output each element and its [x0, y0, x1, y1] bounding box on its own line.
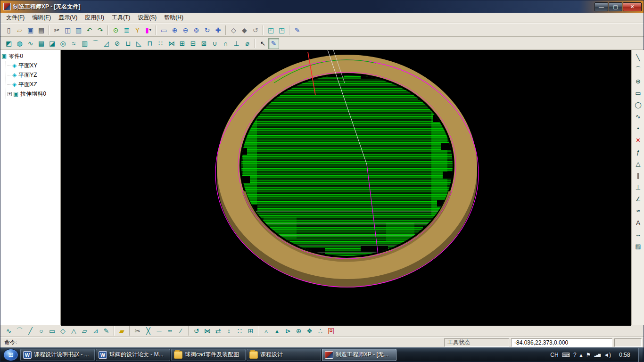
divide-tool-button[interactable]: ∕: [175, 326, 186, 337]
display-rotate-button[interactable]: ↻: [202, 25, 213, 35]
curve-reverse-button[interactable]: ▱: [79, 326, 90, 337]
current-color-button[interactable]: ▮▾: [143, 25, 154, 35]
star-tool-button[interactable]: ❖: [304, 326, 315, 337]
surface-stitch-button[interactable]: ⊞: [177, 38, 188, 49]
redo-button[interactable]: ↷: [95, 25, 106, 35]
minimize-button[interactable]: —: [594, 2, 608, 11]
feature-draft-button[interactable]: ◺: [133, 38, 144, 49]
copy-view-button[interactable]: ◰: [265, 25, 276, 35]
dots-tool-button[interactable]: ∴: [315, 326, 326, 337]
menu-item-file[interactable]: 文件(F): [2, 12, 28, 23]
taskbar-clock[interactable]: 0:58: [614, 352, 635, 358]
new-file-button[interactable]: ▯: [3, 25, 14, 35]
display-pan-button[interactable]: ✚: [213, 25, 223, 35]
array-tool-button[interactable]: ∷: [234, 326, 245, 337]
feature-sweep-add-button[interactable]: ∿: [25, 38, 36, 49]
text-tool-button[interactable]: A: [633, 217, 644, 229]
feature-mirror-button[interactable]: ⋈: [166, 38, 177, 49]
curve-fillet-button[interactable]: ⌒: [14, 326, 25, 337]
curve-polygon-button[interactable]: △: [633, 158, 644, 170]
curve-smooth-button[interactable]: ◇: [58, 326, 68, 337]
scale-tool-button[interactable]: ↕: [223, 326, 234, 337]
solid-display-button[interactable]: ◆: [239, 25, 250, 35]
brush-tool-button[interactable]: ✎: [292, 25, 303, 35]
tree-item-plane-yz[interactable]: ◈ 平面YZ: [8, 70, 59, 80]
curve-offset-button[interactable]: ∥: [633, 170, 644, 181]
cut-button[interactable]: ✂: [51, 25, 62, 35]
save-file-button[interactable]: ▣: [25, 25, 36, 35]
start-button[interactable]: ⊞: [3, 349, 18, 361]
viewport-canvas[interactable]: [61, 50, 631, 326]
language-indicator[interactable]: CH: [550, 352, 558, 358]
zoom-all-button[interactable]: ⊚: [191, 25, 202, 35]
line-dash-button[interactable]: ╍: [165, 326, 175, 337]
mirror-tool-button[interactable]: ⋈: [202, 326, 213, 337]
line-extend-button[interactable]: ─: [154, 326, 165, 337]
zoom-in-button[interactable]: ⊕: [169, 25, 180, 35]
paste-view-button[interactable]: ◳: [276, 25, 287, 35]
tree-item-plane-xz[interactable]: ◈ 平面XZ: [8, 80, 59, 89]
taskbar-button-4[interactable]: 课程设计: [247, 349, 321, 361]
zoom-out-button[interactable]: ⊖: [180, 25, 191, 35]
feature-chamfer-button[interactable]: ◿: [101, 38, 112, 49]
viewport-3d[interactable]: [61, 50, 631, 325]
curve-break-button[interactable]: ╱: [25, 326, 36, 337]
hidden-icons-arrow-icon[interactable]: ▴: [580, 352, 583, 358]
curve-project-button[interactable]: ⊥: [231, 38, 242, 49]
display-refresh-button[interactable]: ↺: [250, 25, 261, 35]
action-center-icon[interactable]: ⚑: [586, 352, 591, 358]
volume-icon[interactable]: ◄): [603, 352, 611, 358]
menu-item-apply[interactable]: 应用(U): [81, 12, 108, 23]
spline-edit-button[interactable]: △: [68, 326, 79, 337]
close-button[interactable]: ✕: [623, 2, 642, 11]
translate-tool-button[interactable]: ⇄: [213, 326, 223, 337]
feature-sweep-cut-button[interactable]: ≈: [68, 38, 79, 49]
tree-expander-icon[interactable]: +: [8, 92, 12, 96]
pick-filter-button[interactable]: Y: [132, 25, 143, 35]
sketch-pen-button[interactable]: ✎: [268, 38, 279, 49]
hatch-tool-button[interactable]: ▨: [633, 240, 644, 252]
curve-stretch-button[interactable]: ▭: [47, 326, 58, 337]
menu-item-help[interactable]: 帮助(H): [160, 12, 187, 23]
feature-revolve-add-button[interactable]: ◍: [14, 38, 25, 49]
curve-arc-button[interactable]: ⌒: [633, 64, 644, 75]
break-cross-button[interactable]: ╳: [143, 326, 154, 337]
help-icon[interactable]: ?: [573, 352, 577, 358]
taskbar-button-1[interactable]: W课程设计说明书赵 - ...: [20, 349, 95, 361]
curve-ellipse-button[interactable]: ◯: [633, 99, 644, 111]
open-file-button[interactable]: ▱: [14, 25, 25, 35]
undo-button[interactable]: ↶: [84, 25, 95, 35]
curve-conic-button[interactable]: ≈: [633, 205, 644, 217]
feature-extrude-add-button[interactable]: ◩: [3, 38, 14, 49]
curve-rectangle-button[interactable]: ▭: [633, 87, 644, 99]
feature-loft-cut-button[interactable]: ▥: [79, 38, 90, 49]
display-window-button[interactable]: ▭: [158, 25, 169, 35]
taskbar-button-5[interactable]: 制造工程师XP - [无...: [322, 349, 396, 361]
menu-item-settings[interactable]: 设置(S): [134, 12, 160, 23]
feature-extrude-cut-button[interactable]: ◪: [47, 38, 58, 49]
curve-point-button[interactable]: •: [633, 123, 644, 134]
feature-fillet-button[interactable]: ⌒: [90, 38, 101, 49]
feature-revolve-cut-button[interactable]: ◎: [58, 38, 68, 49]
show-desktop-button[interactable]: [638, 348, 643, 362]
eraser-button[interactable]: ▰: [116, 326, 127, 337]
tri-outline-tool-button[interactable]: ▵: [261, 326, 272, 337]
curve-trim-button[interactable]: ∿: [3, 326, 14, 337]
curve-delete-button[interactable]: ✕: [633, 134, 644, 146]
taskbar-button-2[interactable]: W球阀的设计论文 - M...: [96, 349, 170, 361]
rotate-copy-tool-button[interactable]: ⊳: [282, 326, 293, 337]
rotate-tool-button[interactable]: ↺: [191, 326, 202, 337]
paste-button[interactable]: ▥: [73, 25, 84, 35]
formula-curve-button[interactable]: ƒ: [633, 146, 644, 158]
restore-button[interactable]: ▢: [609, 2, 622, 11]
feature-hole-button[interactable]: ⊘: [112, 38, 123, 49]
circle-add-tool-button[interactable]: ⊕: [293, 326, 304, 337]
curve-circle-button[interactable]: ⊕: [633, 75, 644, 87]
tree-item-part0[interactable]: ▣ 零件0: [1, 51, 59, 61]
feature-shell-button[interactable]: ⊔: [123, 38, 133, 49]
network-icon[interactable]: ▂▄▆: [594, 353, 600, 357]
menu-item-display[interactable]: 显示(V): [55, 12, 81, 23]
curve-angle-button[interactable]: ∠: [633, 193, 644, 205]
solid-measure-button[interactable]: ⌀: [242, 38, 253, 49]
tree-item-plane-xy[interactable]: ◈ 平面XY: [8, 61, 59, 70]
